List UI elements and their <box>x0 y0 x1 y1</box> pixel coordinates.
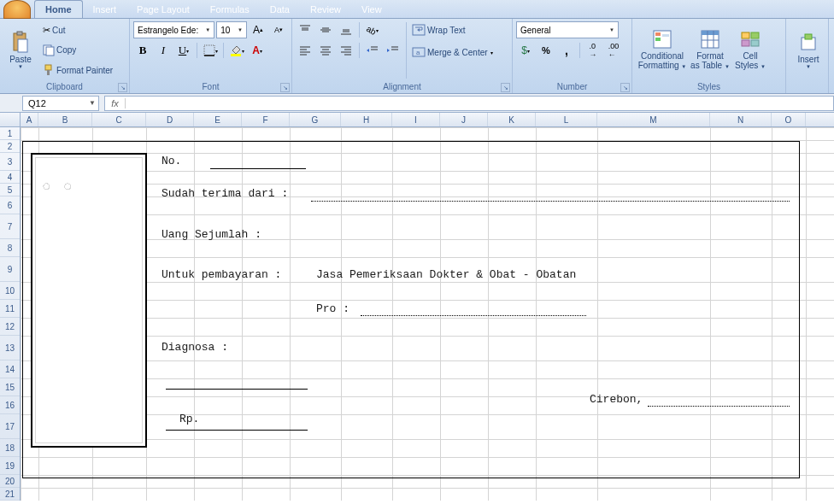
row-header-19[interactable]: 19 <box>0 457 20 475</box>
fx-button[interactable]: fx <box>105 98 126 108</box>
fill-color-button[interactable]: ▾ <box>227 41 246 60</box>
cells-area[interactable]: No. Sudah terima dari : Uang Sejumlah : … <box>21 127 834 501</box>
tab-data[interactable]: Data <box>260 1 300 18</box>
tab-page-layout[interactable]: Page Layout <box>126 1 200 18</box>
svg-rect-49 <box>742 40 749 46</box>
dialog-launcher-icon[interactable]: ↘ <box>620 83 630 92</box>
row-header-13[interactable]: 13 <box>0 336 20 360</box>
name-box[interactable]: Q12▼ <box>22 96 99 111</box>
comma-button[interactable]: , <box>557 41 576 60</box>
paste-button[interactable]: Paste ▼ <box>3 21 38 80</box>
tab-review[interactable]: Review <box>300 1 351 18</box>
row-header-10[interactable]: 10 <box>0 282 20 300</box>
merge-center-button[interactable]: aMerge & Center▾ <box>410 43 495 62</box>
align-left-button[interactable] <box>296 41 314 60</box>
chevron-down-icon: ▼ <box>89 99 98 107</box>
column-header-O[interactable]: O <box>772 113 806 126</box>
cell-styles-button[interactable]: CellStyles ▼ <box>731 21 769 80</box>
percent-button[interactable]: % <box>537 41 555 60</box>
shrink-font-button[interactable]: A▾ <box>269 21 288 39</box>
row-header-9[interactable]: 9 <box>0 257 20 282</box>
orientation-button[interactable]: ab▾ <box>363 21 382 39</box>
row-header-20[interactable]: 20 <box>0 475 20 488</box>
align-right-button[interactable] <box>337 41 355 60</box>
row-header-5[interactable]: 5 <box>0 184 20 196</box>
row-header-7[interactable]: 7 <box>0 214 20 239</box>
svg-rect-5 <box>45 65 51 70</box>
cut-button[interactable]: ✂Cut <box>41 21 115 40</box>
bold-button[interactable]: B <box>133 41 152 60</box>
increase-indent-button[interactable] <box>384 41 402 60</box>
row-header-12[interactable]: 12 <box>0 318 20 336</box>
tab-formulas[interactable]: Formulas <box>200 1 260 18</box>
column-header-F[interactable]: F <box>242 113 290 126</box>
select-all-corner[interactable] <box>0 113 21 126</box>
row-header-17[interactable]: 17 <box>0 414 20 439</box>
column-header-B[interactable]: B <box>38 113 92 126</box>
decrease-indent-button[interactable] <box>363 41 382 60</box>
label-rp: Rp. <box>179 413 199 425</box>
row-header-2[interactable]: 2 <box>0 140 20 153</box>
format-painter-button[interactable]: Format Painter <box>41 61 115 79</box>
dialog-launcher-icon[interactable]: ↘ <box>280 83 290 92</box>
row-header-1[interactable]: 1 <box>0 127 20 140</box>
column-header-H[interactable]: H <box>341 113 392 126</box>
conditional-formatting-button[interactable]: ConditionalFormatting ▼ <box>636 21 689 80</box>
value-jasa: Jasa Pemeriksaan Dokter & Obat - Obatan <box>316 268 576 281</box>
accounting-button[interactable]: $▾ <box>516 41 535 60</box>
dialog-launcher-icon[interactable]: ↘ <box>501 83 510 92</box>
label-diagnosa: Diagnosa : <box>162 341 228 354</box>
row-header-11[interactable]: 11 <box>0 300 20 318</box>
tab-home[interactable]: Home <box>34 0 83 18</box>
align-middle-button[interactable] <box>316 21 335 39</box>
decrease-decimal-button[interactable]: .00← <box>604 41 623 60</box>
dialog-launcher-icon[interactable]: ↘ <box>118 83 127 92</box>
font-size-combo[interactable]: 10▼ <box>216 21 247 38</box>
row-header-6[interactable]: 6 <box>0 196 20 214</box>
tab-view[interactable]: View <box>351 1 392 18</box>
column-header-D[interactable]: D <box>146 113 194 126</box>
column-header-J[interactable]: J <box>440 113 488 126</box>
column-header-I[interactable]: I <box>392 113 440 126</box>
column-header-G[interactable]: G <box>290 113 341 126</box>
group-number: General▼ $▾ % , .0→ .00← Number ↘ <box>513 19 632 93</box>
italic-button[interactable]: I <box>154 41 173 60</box>
column-header-L[interactable]: L <box>536 113 597 126</box>
format-as-table-button[interactable]: Formatas Table ▼ <box>689 21 731 80</box>
row-header-16[interactable]: 16 <box>0 396 20 414</box>
row-header-18[interactable]: 18 <box>0 439 20 457</box>
row-header-15[interactable]: 15 <box>0 378 20 396</box>
align-center-button[interactable] <box>316 41 335 60</box>
font-color-button[interactable]: A▾ <box>248 41 267 60</box>
column-header-A[interactable]: A <box>21 113 38 126</box>
row-header-4[interactable]: 4 <box>0 171 20 184</box>
borders-button[interactable]: ▾ <box>201 41 220 60</box>
font-name-combo[interactable]: Estrangelo Ede:▼ <box>133 21 214 38</box>
align-top-button[interactable] <box>296 21 314 39</box>
wrap-text-button[interactable]: Wrap Text <box>410 21 495 39</box>
align-bottom-button[interactable] <box>337 21 355 39</box>
column-header-M[interactable]: M <box>597 113 710 126</box>
column-header-K[interactable]: K <box>488 113 536 126</box>
row-header-3[interactable]: 3 <box>0 153 20 171</box>
ribbon-tabs: Home Insert Page Layout Formulas Data Re… <box>0 0 834 19</box>
column-header-N[interactable]: N <box>710 113 772 126</box>
column-header-E[interactable]: E <box>194 113 242 126</box>
office-button[interactable] <box>3 0 31 19</box>
column-header-C[interactable]: C <box>92 113 146 126</box>
grow-font-button[interactable]: A▴ <box>249 21 267 39</box>
number-format-combo[interactable]: General▼ <box>516 21 619 38</box>
row-header-21[interactable]: 21 <box>0 488 20 501</box>
ribbon: Paste ▼ ✂Cut Copy Format Painter Clipboa… <box>0 19 834 94</box>
chevron-down-icon: ▼ <box>236 27 244 32</box>
increase-decimal-button[interactable]: .0→ <box>584 41 602 60</box>
svg-rect-40 <box>655 38 661 41</box>
underline-button[interactable]: U▾ <box>174 41 193 60</box>
table-icon <box>700 29 720 50</box>
insert-cells-button[interactable]: Insert▼ <box>790 21 827 80</box>
row-header-14[interactable]: 14 <box>0 360 20 378</box>
tab-insert[interactable]: Insert <box>83 1 127 18</box>
chevron-down-icon: ▼ <box>18 64 23 69</box>
copy-button[interactable]: Copy <box>41 41 115 60</box>
row-header-8[interactable]: 8 <box>0 239 20 257</box>
